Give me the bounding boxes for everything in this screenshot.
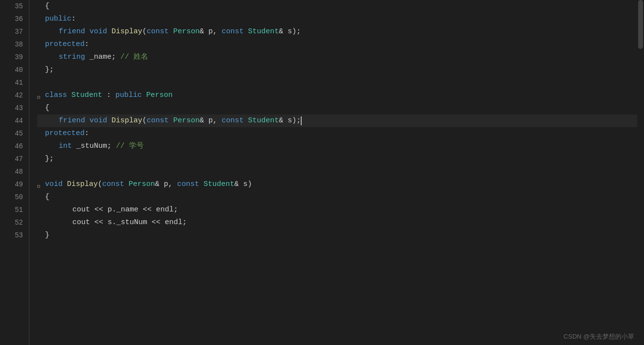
line-number: 41: [10, 76, 23, 89]
code-line: [37, 165, 644, 178]
token-plain: [199, 178, 203, 191]
line-number: 49: [10, 178, 23, 191]
scrollbar[interactable]: [637, 0, 644, 345]
token-plain: & s);: [279, 115, 301, 127]
line-number: 42: [10, 89, 23, 102]
token-type: Student: [203, 178, 234, 191]
line-number: 47: [10, 153, 23, 165]
line-number: 43: [10, 102, 23, 115]
token-plain: cout << s._stuNum << endl;: [72, 216, 187, 229]
token-plain: & s);: [279, 25, 301, 38]
token-plain: _stuNum;: [72, 140, 116, 153]
line-number: 40: [10, 64, 23, 76]
token-comment-zh: // 学号: [116, 140, 144, 153]
token-func: Display: [67, 178, 98, 191]
code-line: cout << p._name << endl;: [37, 204, 644, 216]
code-line: friend void Display(const Person& p, con…: [37, 25, 644, 38]
line-number: 52: [10, 216, 23, 229]
code-line: {: [37, 102, 644, 115]
code-line: cout << s._stuNum << endl;: [37, 216, 644, 229]
token-type: Student: [248, 25, 279, 38]
token-plain: & p,: [155, 178, 177, 191]
fold-icon[interactable]: ⊟: [37, 92, 44, 98]
token-const-kw: const: [222, 115, 244, 127]
token-plain: cout << p._name << endl;: [72, 204, 178, 216]
line-number: 45: [10, 127, 23, 140]
code-content[interactable]: {public:friend void Display(const Person…: [29, 0, 644, 345]
token-type: Student: [71, 89, 102, 102]
token-plain: [169, 25, 173, 38]
token-plain: };: [45, 153, 54, 165]
code-line: string _name; // 姓名: [37, 51, 644, 64]
code-line: int _stuNum; // 学号: [37, 140, 644, 153]
token-kw: friend: [59, 115, 85, 127]
token-plain: [85, 25, 89, 38]
token-plain: [142, 89, 146, 102]
token-kw-access: public: [45, 13, 71, 25]
token-plain: [107, 115, 111, 127]
token-plain: {: [45, 191, 49, 204]
token-plain: (: [142, 115, 147, 127]
token-kw: string: [59, 51, 85, 64]
token-const-kw: const: [102, 178, 124, 191]
token-comment-zh: // 姓名: [120, 51, 148, 64]
token-plain: [107, 25, 111, 38]
token-type: Student: [248, 115, 279, 127]
code-line: ⊟void Display(const Person& p, const Stu…: [37, 178, 644, 191]
token-plain: [67, 89, 71, 102]
token-kw: void: [89, 25, 107, 38]
code-line: };: [37, 153, 644, 165]
line-number: 46: [10, 140, 23, 153]
line-number: 50: [10, 191, 23, 204]
line-number: 35: [10, 0, 23, 13]
token-const-kw: const: [147, 115, 169, 127]
token-func: Display: [111, 25, 142, 38]
line-number: 51: [10, 204, 23, 216]
token-type: Person: [129, 178, 155, 191]
scrollbar-thumb[interactable]: [638, 0, 643, 49]
line-number: 53: [10, 229, 23, 242]
line-numbers: 35363738394041424344454647484950515253: [0, 0, 29, 345]
token-plain: _name;: [85, 51, 120, 64]
token-type: Person: [173, 25, 200, 38]
token-kw-access: protected: [45, 38, 85, 51]
code-line: protected:: [37, 127, 644, 140]
watermark: CSDN @失去梦想的小草: [563, 332, 634, 341]
token-plain: [124, 178, 129, 191]
token-plain: :: [102, 89, 115, 102]
token-type: Person: [146, 89, 173, 102]
token-plain: :: [85, 38, 89, 51]
code-line: friend void Display(const Person& p, con…: [37, 115, 644, 127]
token-plain: [169, 115, 173, 127]
token-plain: & s): [234, 178, 252, 191]
token-kw: void: [45, 178, 63, 191]
token-kw: friend: [59, 25, 85, 38]
token-func: Display: [111, 115, 142, 127]
code-line: public:: [37, 13, 644, 25]
token-plain: [244, 115, 248, 127]
token-type: Person: [173, 115, 200, 127]
code-line: ⊟class Student : public Person: [37, 89, 644, 102]
code-line: }: [37, 229, 644, 242]
code-line: };: [37, 64, 644, 76]
code-line: {: [37, 191, 644, 204]
code-line: protected:: [37, 38, 644, 51]
line-number: 48: [10, 165, 23, 178]
line-number: 38: [10, 38, 23, 51]
line-number: 39: [10, 51, 23, 64]
token-plain: & p,: [200, 115, 222, 127]
token-plain: (: [142, 25, 147, 38]
fold-icon[interactable]: ⊟: [37, 181, 44, 187]
token-const-kw: const: [177, 178, 199, 191]
line-number: 37: [10, 25, 23, 38]
token-kw-access: public: [115, 89, 142, 102]
token-plain: };: [45, 64, 54, 76]
line-number: 36: [10, 13, 23, 25]
token-plain: :: [85, 127, 89, 140]
token-const-kw: const: [222, 25, 244, 38]
token-plain: & p,: [200, 25, 222, 38]
token-plain: [63, 178, 67, 191]
token-plain: (: [98, 178, 102, 191]
token-plain: :: [71, 13, 76, 25]
code-editor: 35363738394041424344454647484950515253 {…: [0, 0, 644, 345]
